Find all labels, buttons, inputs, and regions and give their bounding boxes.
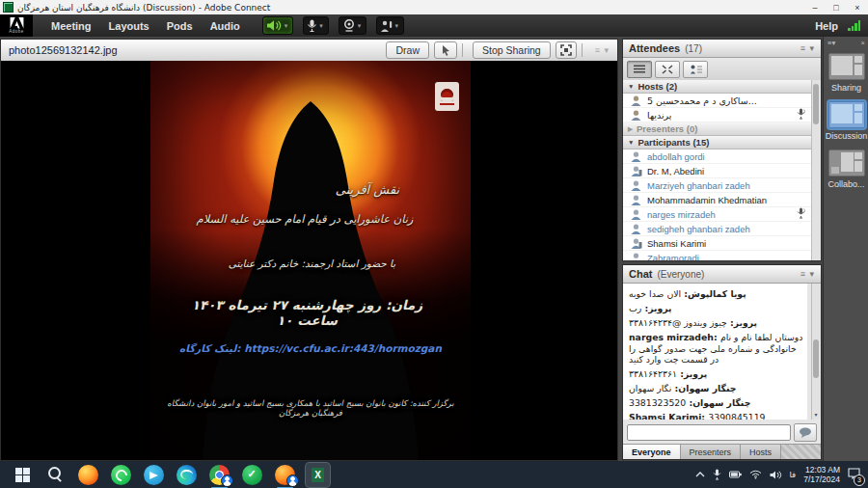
- chat-tab[interactable]: Presenters: [681, 445, 742, 459]
- attendee-list-view-button[interactable]: [627, 61, 652, 78]
- layout-item[interactable]: Discussion: [824, 101, 868, 141]
- minimize-button[interactable]: –: [804, 1, 826, 14]
- attendee-status-view-button[interactable]: [683, 61, 708, 78]
- layout-thumbnail[interactable]: [828, 149, 865, 176]
- tray-expand-chevron-icon[interactable]: [695, 472, 705, 477]
- windows-taskbar: فا 12:03 AM 7/17/2024 3: [0, 461, 868, 488]
- volume-icon[interactable]: [770, 471, 782, 479]
- chat-sender-name: Shamsi Karimi: [629, 412, 708, 420]
- menu-item[interactable]: Audio: [202, 20, 249, 32]
- share-pod-header: photo12569132142.jpg Draw Stop Sharing ≡…: [1, 40, 617, 62]
- start-icon[interactable]: [13, 465, 33, 485]
- stop-sharing-button[interactable]: Stop Sharing: [473, 41, 551, 59]
- attendees-pod-menu-icon[interactable]: ≡ ▾: [800, 43, 815, 53]
- chat-tabs: Everyone Presenters Hosts: [623, 444, 821, 459]
- scrollbar-thumb[interactable]: [813, 339, 819, 378]
- notification-center-button[interactable]: 3: [848, 466, 860, 483]
- shared-image-area: نقش آفرینی زنان عاشورایی در قیام امام حس…: [1, 61, 617, 460]
- draw-button[interactable]: Draw: [386, 41, 429, 59]
- host-row[interactable]: 5 ساکاری د م محمدحسین...: [623, 94, 813, 108]
- speaker-button[interactable]: ▾: [262, 16, 294, 35]
- layout-item[interactable]: Sharing: [824, 53, 868, 93]
- keyboard-language-indicator[interactable]: فا: [790, 470, 797, 479]
- chat-sender-name: چنگار سهوان: [671, 383, 736, 393]
- shield-icon[interactable]: [242, 465, 262, 485]
- menu-item[interactable]: Pods: [158, 20, 202, 32]
- tray-microphone-icon[interactable]: [713, 469, 721, 480]
- battery-icon[interactable]: [729, 471, 742, 478]
- attendee-avatar-icon: [630, 253, 642, 261]
- chat-sender-name: پرویز: [727, 317, 757, 328]
- profile-badge-icon: [221, 474, 233, 487]
- poster-organizer-line: برگزار کننده: کانون بانوان بسیج اساتید ب…: [158, 398, 463, 418]
- menu-item[interactable]: Meeting: [42, 20, 100, 32]
- participant-row[interactable]: sedigheh ghanbari zadeh: [623, 222, 813, 236]
- poster-title-line2: زنان عاشورایی در قیام امام حسین علیه الس…: [189, 212, 420, 226]
- close-button[interactable]: ×: [847, 1, 868, 14]
- layout-thumbnail[interactable]: [828, 53, 865, 80]
- host-row[interactable]: پرندیها: [623, 108, 813, 122]
- wifi-icon[interactable]: [749, 470, 762, 479]
- attendees-list: ▼ Hosts (2) 5 ساکاری د م محمدحسین...: [623, 80, 813, 260]
- participant-row[interactable]: Mohammadamin Khedmatian: [623, 193, 813, 207]
- collapse-arrow-icon: ▼: [628, 83, 634, 90]
- edge-icon[interactable]: [176, 465, 197, 485]
- chat-title: Chat: [629, 268, 652, 280]
- participant-name: sedigheh ghanbari zadeh: [647, 224, 750, 234]
- microphone-icon: [307, 19, 317, 32]
- chat-message: Shamsi Karimi3390845119: [629, 412, 804, 420]
- pointer-button[interactable]: [434, 41, 457, 59]
- chat-scrollbar[interactable]: ▾: [811, 284, 821, 420]
- browser2-icon[interactable]: [275, 465, 295, 485]
- chat-header: Chat (Everyone) ≡ ▾: [623, 265, 821, 284]
- poster-guest-line: با حضور استاد ارجمند: خانم دکتر عنایتی: [218, 258, 406, 269]
- fullscreen-button[interactable]: [556, 41, 577, 59]
- telegram-icon[interactable]: [144, 465, 164, 485]
- search-icon[interactable]: [45, 465, 66, 485]
- menu-item[interactable]: Layouts: [100, 20, 158, 32]
- participant-row[interactable]: Zahramoradi: [623, 251, 813, 260]
- scrollbar-thumb[interactable]: [813, 84, 819, 124]
- chat-pod-menu-icon[interactable]: ≡ ▾: [800, 269, 815, 279]
- participant-name: Mohammadamin Khedmatian: [647, 195, 767, 205]
- raise-hand-button[interactable]: ▾: [376, 16, 404, 35]
- share-pod-menu-icon[interactable]: ≡ ▾: [595, 45, 610, 55]
- attendees-toolbar: [623, 58, 821, 81]
- participants-group-header[interactable]: ▼ Participants (15): [623, 136, 813, 149]
- chat-tab[interactable]: Hosts: [741, 445, 781, 459]
- microphone-button[interactable]: ▾: [303, 16, 329, 35]
- chat-sender-name: narges mirzadeh: [629, 332, 720, 342]
- participant-row[interactable]: Shamsi Karimi: [623, 236, 813, 251]
- participant-row[interactable]: Marziyeh ghanbari zadeh: [623, 178, 813, 193]
- maximize-button[interactable]: □: [826, 1, 847, 14]
- firefox-icon[interactable]: [78, 465, 98, 485]
- excel-icon[interactable]: [308, 465, 328, 485]
- whatsapp-icon[interactable]: [111, 465, 131, 485]
- scroll-down-arrow-icon[interactable]: ▾: [812, 411, 820, 420]
- taskbar-clock[interactable]: 12:03 AM 7/17/2024: [803, 465, 840, 484]
- participant-name: Marziyeh ghanbari zadeh: [647, 180, 750, 191]
- layout-item[interactable]: Collabo...: [824, 149, 868, 189]
- share-pod: photo12569132142.jpg Draw Stop Sharing ≡…: [0, 39, 618, 461]
- attendee-avatar-icon: [630, 224, 642, 234]
- chat-message-text: ۳۳۸۱۶۴۲۳۶۱: [629, 368, 677, 379]
- chat-message-text: 3390845119: [708, 412, 765, 420]
- participant-row[interactable]: abdollah gordi: [623, 149, 813, 164]
- host-name: 5 ساکاری د م محمدحسین...: [647, 95, 757, 106]
- hosts-group-header[interactable]: ▼ Hosts (2): [623, 80, 813, 94]
- send-message-button[interactable]: [794, 423, 817, 442]
- webcam-button[interactable]: ▾: [339, 16, 367, 35]
- help-menu[interactable]: Help: [815, 20, 838, 32]
- presenters-group-header[interactable]: ▶ Presenters (0): [623, 122, 813, 136]
- adobe-connect-app-icon: [3, 2, 14, 13]
- chat-input[interactable]: [627, 424, 791, 441]
- layouts-panel-close-icon[interactable]: ×: [861, 39, 865, 47]
- participant-row[interactable]: Dr. M, Abedini: [623, 164, 813, 178]
- attendees-scrollbar[interactable]: [811, 80, 821, 260]
- chrome-icon[interactable]: [209, 465, 230, 485]
- chat-tab[interactable]: Everyone: [623, 445, 681, 459]
- breakout-view-button[interactable]: [655, 61, 680, 78]
- layouts-panel-menu-icon[interactable]: ≡▾: [827, 39, 835, 47]
- participant-row[interactable]: narges mirzadeh: [623, 207, 813, 222]
- layout-thumbnail[interactable]: [828, 101, 865, 128]
